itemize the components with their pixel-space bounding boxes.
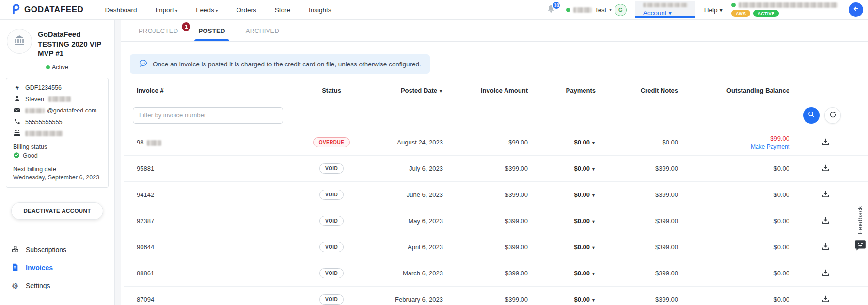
invoice-number: 90644: [137, 243, 154, 251]
chevron-down-icon: ▼: [591, 298, 596, 303]
status-dot-icon: [731, 3, 736, 7]
nav-store[interactable]: Store: [275, 6, 290, 14]
refresh-icon: [829, 111, 836, 120]
payments-dropdown[interactable]: $0.00▼: [574, 217, 596, 225]
environment-switcher[interactable]: Test ▾ G: [566, 4, 626, 16]
status-badge: VOID: [319, 268, 344, 278]
download-invoice-button[interactable]: [821, 269, 830, 278]
payments-dropdown[interactable]: $0.00▼: [574, 191, 596, 198]
col-credit-notes: Credit Notes: [596, 87, 678, 94]
godatafeed-logo-icon: [10, 3, 21, 16]
next-billing-label: Next billing date: [13, 166, 101, 173]
nav-insights[interactable]: Insights: [309, 6, 331, 14]
outstanding-value: $0.00: [773, 243, 789, 251]
invoice-row: 90644 VOID April 6, 2023 $399.00 $0.00▼ …: [124, 234, 868, 260]
filter-row: [124, 101, 868, 129]
search-button[interactable]: [803, 107, 820, 124]
download-icon: [821, 242, 830, 252]
chevron-down-icon: ▼: [591, 167, 596, 172]
col-posted-date[interactable]: Posted Date▼: [370, 87, 443, 94]
deactivate-account-button[interactable]: DEACTIVATE ACCOUNT: [11, 202, 103, 220]
sidebar-item-subscriptions[interactable]: Subscriptions: [0, 241, 114, 259]
payments-dropdown[interactable]: $0.00▼: [574, 139, 596, 146]
tab-projected[interactable]: PROJECTED 1: [131, 20, 186, 41]
download-invoice-button[interactable]: [821, 242, 830, 252]
download-icon: [821, 216, 830, 226]
invoice-row: 95881 VOID July 6, 2023 $399.00 $0.00▼ $…: [124, 156, 868, 182]
chevron-down-icon: ▼: [591, 141, 596, 145]
download-invoice-button[interactable]: [821, 164, 830, 174]
invoice-amount: $399.00: [443, 165, 528, 172]
nav-dashboard[interactable]: Dashboard: [105, 6, 137, 14]
brand[interactable]: GODATAFEED: [0, 0, 90, 19]
outstanding-value: $0.00: [773, 165, 789, 172]
nav-feeds[interactable]: Feeds▾: [196, 6, 218, 14]
credit-notes-value: $0.00: [596, 139, 678, 146]
environment-label: Test: [595, 6, 606, 14]
invoice-row: 88861 VOID March 6, 2023 $399.00 $0.00▼ …: [124, 260, 868, 287]
billing-status-value: Good: [13, 152, 101, 160]
sidebar-item-invoices[interactable]: Invoices: [0, 259, 114, 277]
active-badge: ACTIVE: [753, 10, 779, 17]
download-invoice-button[interactable]: [821, 138, 830, 147]
download-invoice-button[interactable]: [821, 216, 830, 226]
outstanding-value: $0.00: [773, 191, 789, 198]
alert-text: Once an invoice is posted it is charged …: [153, 61, 421, 68]
nav-import[interactable]: Import▾: [156, 6, 178, 14]
invoice-filter-input[interactable]: [133, 107, 283, 124]
phone-line: 55555555555: [13, 118, 101, 126]
tab-archived[interactable]: ARCHIVED: [238, 20, 287, 41]
refresh-button[interactable]: [824, 107, 841, 124]
feedback-tab[interactable]: Feedback: [854, 206, 867, 253]
info-alert: Once an invoice is posted it is charged …: [130, 54, 430, 74]
payments-dropdown[interactable]: $0.00▼: [574, 296, 596, 303]
sort-caret-icon: ▼: [439, 89, 443, 94]
back-button[interactable]: [849, 2, 863, 17]
download-icon: [821, 269, 830, 278]
status-badge: VOID: [319, 294, 344, 305]
invoice-amount: $399.00: [443, 270, 528, 277]
status-badge: VOID: [319, 242, 344, 252]
next-billing-value: Wednesday, September 6, 2023: [13, 174, 101, 181]
download-invoice-button[interactable]: [821, 190, 830, 200]
download-icon: [821, 164, 830, 174]
credit-notes-value: $399.00: [596, 191, 678, 198]
invoices-table: Invoice # Status Posted Date▼ Invoice Am…: [121, 80, 868, 305]
download-icon: [821, 190, 830, 200]
posted-date: August 24, 2023: [370, 139, 443, 146]
credit-notes-value: $399.00: [596, 296, 678, 303]
account-details-card: # GDF1234556 Steven @godatafeed.com: [6, 78, 109, 188]
table-header: Invoice # Status Posted Date▼ Invoice Am…: [124, 80, 868, 101]
payments-value: $0.00: [574, 296, 590, 303]
status-dot-icon: [566, 8, 570, 12]
account-sidebar: GoDataFeed TESTING 2020 VIP MVP #1 Activ…: [0, 20, 115, 305]
posted-date: February 6, 2023: [370, 296, 443, 303]
payments-dropdown[interactable]: $0.00▼: [574, 243, 596, 251]
feedback-smiley-icon: [854, 239, 867, 253]
notifications-button[interactable]: 10: [546, 4, 557, 16]
notification-count-badge: 10: [552, 1, 561, 10]
tab-posted[interactable]: POSTED: [190, 20, 233, 41]
hash-icon: #: [13, 84, 21, 92]
help-menu[interactable]: Help ▾: [704, 6, 723, 14]
redacted-text: [573, 7, 592, 13]
col-invoice-amount: Invoice Amount: [443, 87, 528, 94]
redacted-text: [739, 2, 838, 8]
payments-dropdown[interactable]: $0.00▼: [574, 270, 596, 277]
chevron-down-icon: ▼: [591, 193, 596, 198]
download-invoice-button[interactable]: [821, 295, 830, 305]
payments-value: $0.00: [574, 139, 590, 146]
make-payment-link[interactable]: Make Payment: [678, 144, 789, 150]
chevron-down-icon: ▼: [591, 245, 596, 250]
sidebar-item-settings[interactable]: ⚙ Settings: [0, 277, 114, 295]
email-line: @godatafeed.com: [13, 107, 101, 114]
payments-dropdown[interactable]: $0.00▼: [574, 165, 596, 172]
account-avatar: [7, 29, 32, 54]
nav-orders[interactable]: Orders: [236, 6, 256, 14]
account-menu[interactable]: Account ▾: [635, 1, 695, 18]
outstanding-value: $0.00: [773, 270, 789, 277]
feedback-label: Feedback: [857, 206, 864, 234]
chevron-down-icon: ▾: [609, 7, 612, 12]
account-name: GoDataFeed TESTING 2020 VIP MVP #1: [38, 29, 108, 58]
invoice-redacted: [147, 140, 161, 146]
